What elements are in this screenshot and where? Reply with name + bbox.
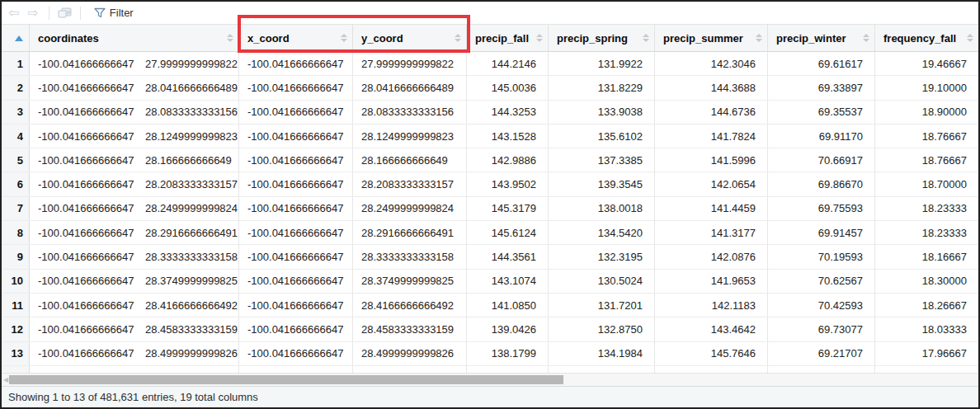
cell-precip_fall: 142.9886 — [467, 148, 549, 172]
cell-precip_fall: 144.2146 — [467, 52, 549, 75]
cell-x_coord: -100.041666666647 — [239, 52, 353, 75]
status-bar: Showing 1 to 13 of 481,631 entries, 19 t… — [2, 386, 978, 407]
cell-precip_summer: 141.3177 — [655, 221, 768, 244]
cell-precip_winter: 69.21707 — [768, 342, 875, 365]
cell-x_coord: -100.041666666647 — [239, 125, 353, 148]
sort-carets-icon[interactable] — [455, 34, 461, 42]
row-number: 2 — [2, 76, 30, 99]
cell-precip_winter: 69.35537 — [768, 101, 875, 124]
cell-precip_spring: 134.5420 — [549, 221, 655, 244]
cell-precip_spring: 135.6102 — [549, 125, 655, 148]
cell-x_coord: -100.041666666647 — [239, 148, 353, 172]
table-row: 13-100.041666666647 28.4999999999826-100… — [2, 342, 978, 366]
cell-coordinates: -100.041666666647 28.2499999999824 — [30, 197, 239, 220]
cell-x_coord: -100.041666666647 — [239, 76, 353, 99]
cell-frequency_fall: 17.96667 — [875, 342, 978, 365]
cell-frequency_fall: 18.26667 — [875, 294, 978, 317]
cell-precip_winter: 70.42593 — [768, 294, 875, 317]
cell-precip_summer: 142.1183 — [655, 294, 768, 317]
status-text: Showing 1 to 13 of 481,631 entries, 19 t… — [8, 391, 258, 403]
column-label: coordinates — [38, 32, 99, 45]
cell-y_coord: 28.0416666666489 — [353, 76, 467, 99]
scrollbar-thumb[interactable] — [9, 375, 563, 384]
column-header-frequency-fall[interactable]: frequency_fall — [875, 25, 978, 51]
cell-y_coord: 28.166666666649 — [353, 148, 467, 172]
column-header-y-coord[interactable]: y_coord — [353, 25, 467, 51]
sort-carets-icon[interactable] — [341, 34, 347, 42]
cell-precip_summer: 147.0073 — [655, 366, 768, 373]
cell-precip_fall: 145.3179 — [467, 197, 549, 220]
cell-precip_winter: 70.19593 — [768, 245, 875, 268]
cell-coordinates: -100.041666666647 28.4166666666492 — [30, 294, 239, 317]
cell-y_coord: 28.0833333333156 — [353, 101, 467, 124]
table-row: 3-100.041666666647 28.0833333333156-100.… — [2, 101, 978, 125]
row-number: 6 — [2, 172, 30, 195]
cell-y_coord: 28.1249999999823 — [353, 125, 467, 148]
cell-precip_winter: 69.91170 — [768, 125, 875, 148]
cell-precip_fall: 143.1074 — [467, 270, 549, 293]
sort-carets-icon[interactable] — [967, 34, 973, 42]
column-header-precip-winter[interactable]: precip_winter — [768, 25, 875, 51]
cell-precip_fall: 138.1799 — [467, 342, 549, 365]
row-number: 4 — [2, 125, 30, 148]
filter-funnel-icon — [94, 7, 106, 18]
column-label: precip_summer — [663, 32, 743, 45]
cell-frequency_fall: 18.16667 — [875, 245, 978, 268]
cell-x_coord: -100.041666666647 — [239, 221, 353, 244]
cell-frequency_fall: 18.23333 — [875, 221, 978, 244]
cell-y_coord: 28.5416666666493 — [353, 366, 467, 373]
cell-precip_winter: 69.86670 — [768, 172, 875, 195]
sort-carets-icon[interactable] — [643, 34, 649, 42]
sort-carets-icon[interactable] — [863, 34, 869, 42]
horizontal-scrollbar[interactable]: ◀ — [2, 373, 978, 386]
cell-precip_winter: 69.73077 — [768, 317, 875, 341]
cell-frequency_fall: 18.23333 — [875, 197, 978, 220]
cell-precip_spring: 132.3195 — [549, 245, 655, 268]
cell-precip_winter: 69.61617 — [768, 52, 875, 75]
forward-arrow-icon[interactable]: ⇨ — [26, 7, 40, 20]
column-header-precip-summer[interactable]: precip_summer — [655, 25, 768, 51]
cell-precip_summer: 142.0654 — [655, 172, 768, 195]
column-header-precip-spring[interactable]: precip_spring — [549, 25, 655, 51]
open-in-new-window-icon[interactable] — [58, 7, 72, 19]
column-label: precip_winter — [776, 32, 846, 45]
table-header: coordinates x_coord y_coord precip_fall … — [2, 25, 978, 52]
filter-button[interactable]: Filter — [89, 5, 139, 21]
back-arrow-icon[interactable]: ⇦ — [7, 7, 21, 20]
column-header-precip-fall[interactable]: precip_fall — [467, 25, 549, 51]
row-number: 5 — [2, 148, 30, 172]
row-number-header[interactable] — [2, 25, 30, 51]
sort-carets-icon[interactable] — [227, 34, 233, 42]
cell-precip_summer: 141.4459 — [655, 197, 768, 220]
cell-frequency_fall: 18.76667 — [875, 148, 978, 172]
table-row: 8-100.041666666647 28.2916666666491-100.… — [2, 221, 978, 245]
cell-coordinates: -100.041666666647 28.2083333333157 — [30, 172, 239, 195]
cell-precip_fall: 141.0850 — [467, 294, 549, 317]
cell-coordinates: -100.041666666647 28.3749999999825 — [30, 270, 239, 293]
cell-precip_spring: 130.5024 — [549, 270, 655, 293]
column-header-x-coord[interactable]: x_coord — [239, 25, 353, 51]
cell-precip_spring: 131.7201 — [549, 294, 655, 317]
table-row: 6-100.041666666647 28.2083333333157-100.… — [2, 172, 978, 196]
cell-frequency_fall: 18.90000 — [875, 101, 978, 124]
cell-precip_spring: 133.9038 — [549, 101, 655, 124]
cell-precip_winter: 69.91457 — [768, 221, 875, 244]
row-number: 13 — [2, 342, 30, 365]
cell-y_coord: 28.3749999999825 — [353, 270, 467, 293]
cell-precip_winter: 70.66917 — [768, 148, 875, 172]
cell-precip_summer: 144.6736 — [655, 101, 768, 124]
cell-precip_fall: 145.6124 — [467, 221, 549, 244]
table-row: 11-100.041666666647 28.4166666666492-100… — [2, 294, 978, 317]
table-row: 1-100.041666666647 27.9999999999822-100.… — [2, 52, 978, 76]
column-header-coordinates[interactable]: coordinates — [30, 25, 239, 51]
cell-precip_spring: 136.4688 — [549, 366, 655, 373]
data-viewer-window: ⇦ ⇨ Filter coordinates — [0, 0, 980, 409]
column-label: x_coord — [247, 32, 290, 45]
cell-coordinates: -100.041666666647 28.2916666666491 — [30, 221, 239, 244]
sort-carets-icon[interactable] — [756, 34, 762, 42]
toolbar-separator — [49, 7, 49, 20]
sort-carets-icon[interactable] — [536, 34, 543, 42]
cell-coordinates: -100.041666666647 27.9999999999822 — [30, 52, 239, 75]
cell-precip_summer: 141.7824 — [655, 125, 768, 148]
cell-frequency_fall: 19.46667 — [875, 52, 978, 75]
